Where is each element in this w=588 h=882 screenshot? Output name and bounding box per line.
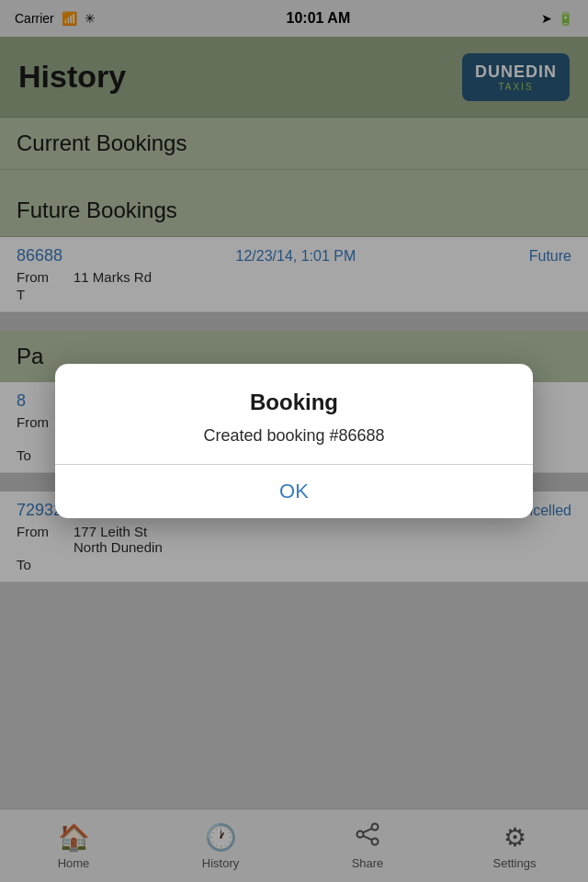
modal-dialog: Booking Created booking #86688 OK xyxy=(55,364,533,518)
modal-actions: OK xyxy=(55,465,533,518)
modal-ok-button[interactable]: OK xyxy=(55,465,533,518)
modal-body: Booking Created booking #86688 xyxy=(55,364,533,464)
modal-overlay: Booking Created booking #86688 OK xyxy=(0,0,588,882)
modal-title: Booking xyxy=(77,390,511,415)
modal-message: Created booking #86688 xyxy=(77,426,511,446)
